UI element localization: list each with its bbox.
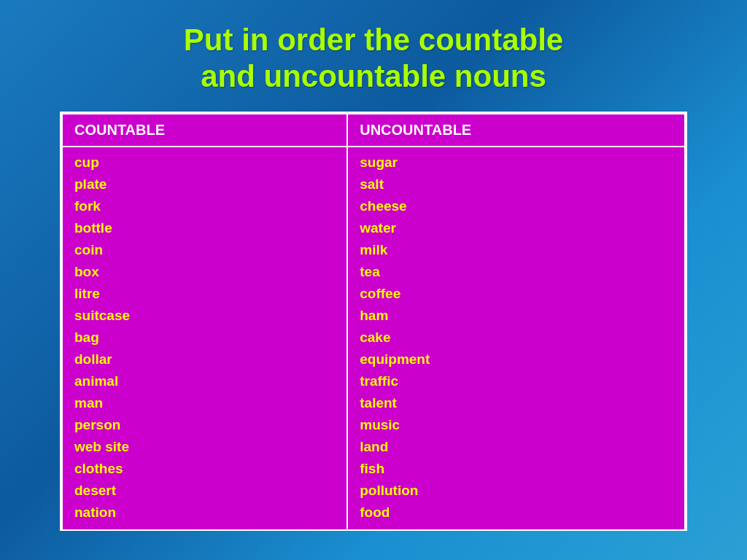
- uncountable-item: sugar: [347, 147, 685, 174]
- page-title: Put in order the countable and uncountab…: [184, 22, 563, 96]
- countable-item: cup: [62, 147, 347, 174]
- uncountable-item: land: [347, 436, 685, 458]
- table-row: bagcake: [62, 327, 685, 349]
- table-row: forkcheese: [62, 195, 685, 217]
- table-row: nationfood: [62, 502, 685, 529]
- uncountable-item: milk: [347, 239, 685, 261]
- countable-item: desert: [62, 480, 347, 502]
- countable-item: litre: [62, 283, 347, 305]
- table-row: desertpollution: [62, 480, 685, 502]
- countable-item: nation: [62, 502, 347, 529]
- uncountable-header: UNCOUNTABLE: [347, 114, 685, 147]
- uncountable-item: ham: [347, 305, 685, 327]
- uncountable-item: talent: [347, 392, 685, 414]
- uncountable-item: pollution: [347, 480, 685, 502]
- countable-item: suitcase: [62, 305, 347, 327]
- table-row: bottlewater: [62, 217, 685, 239]
- uncountable-item: water: [347, 217, 685, 239]
- uncountable-item: fish: [347, 458, 685, 480]
- countable-item: box: [62, 261, 347, 283]
- table-row: litrecoffee: [62, 283, 685, 305]
- table-row: personmusic: [62, 414, 685, 436]
- table-row: platesalt: [62, 174, 685, 195]
- table-row: coinmilk: [62, 239, 685, 261]
- table-row: suitcaseham: [62, 305, 685, 327]
- uncountable-item: salt: [347, 174, 685, 195]
- countable-item: person: [62, 414, 347, 436]
- uncountable-item: cake: [347, 327, 685, 349]
- table-row: web siteland: [62, 436, 685, 458]
- countable-item: bag: [62, 327, 347, 349]
- table-row: dollarequipment: [62, 349, 685, 370]
- table-row: boxtea: [62, 261, 685, 283]
- countable-item: fork: [62, 195, 347, 217]
- countable-item: dollar: [62, 349, 347, 370]
- noun-table-wrapper: COUNTABLE UNCOUNTABLE cupsugarplatesaltf…: [60, 112, 687, 531]
- table-row: animaltraffic: [62, 370, 685, 392]
- uncountable-item: traffic: [347, 370, 685, 392]
- uncountable-item: cheese: [347, 195, 685, 217]
- countable-item: animal: [62, 370, 347, 392]
- uncountable-item: tea: [347, 261, 685, 283]
- countable-item: coin: [62, 239, 347, 261]
- table-row: cupsugar: [62, 147, 685, 174]
- countable-item: plate: [62, 174, 347, 195]
- countable-item: bottle: [62, 217, 347, 239]
- countable-item: man: [62, 392, 347, 414]
- uncountable-item: food: [347, 502, 685, 529]
- table-row: clothesfish: [62, 458, 685, 480]
- countable-item: clothes: [62, 458, 347, 480]
- uncountable-item: music: [347, 414, 685, 436]
- uncountable-item: coffee: [347, 283, 685, 305]
- countable-item: web site: [62, 436, 347, 458]
- uncountable-item: equipment: [347, 349, 685, 370]
- noun-table: COUNTABLE UNCOUNTABLE cupsugarplatesaltf…: [61, 113, 686, 529]
- countable-header: COUNTABLE: [62, 114, 347, 147]
- table-row: mantalent: [62, 392, 685, 414]
